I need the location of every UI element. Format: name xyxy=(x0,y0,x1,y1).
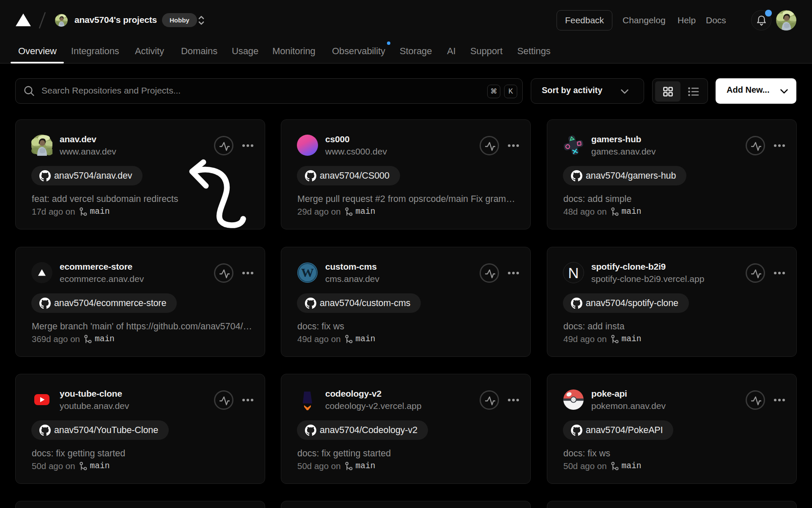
svg-text:N: N xyxy=(568,265,579,281)
svg-text:W: W xyxy=(301,265,314,279)
